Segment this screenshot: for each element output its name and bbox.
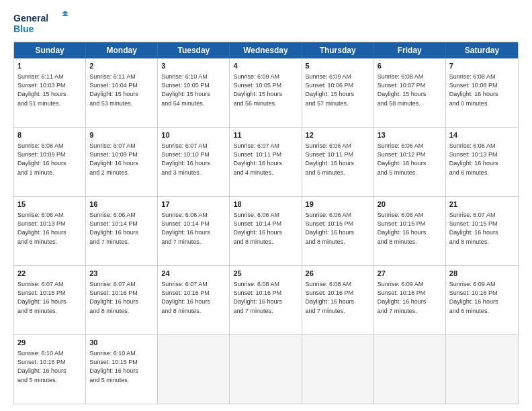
day-info: Sunrise: 6:08 AM Sunset: 10:07 PM Daylig…	[378, 73, 442, 107]
svg-marker-2	[62, 11, 69, 13]
day-number: 17	[161, 199, 226, 210]
day-cell-27: 27Sunrise: 6:09 AM Sunset: 10:16 PM Dayl…	[374, 266, 446, 334]
day-number: 5	[306, 61, 370, 71]
day-info: Sunrise: 6:10 AM Sunset: 10:05 PM Daylig…	[161, 73, 226, 107]
day-cell-29: 29Sunrise: 6:10 AM Sunset: 10:16 PM Dayl…	[14, 335, 86, 404]
day-info: Sunrise: 6:06 AM Sunset: 10:13 PM Daylig…	[449, 142, 515, 177]
day-number: 9	[89, 130, 154, 140]
day-cell-20: 20Sunrise: 6:06 AM Sunset: 10:15 PM Dayl…	[374, 197, 446, 265]
day-cell-30: 30Sunrise: 6:10 AM Sunset: 10:15 PM Dayl…	[86, 335, 158, 404]
day-number: 30	[89, 338, 154, 348]
svg-text:General: General	[13, 13, 48, 24]
day-cell-26: 26Sunrise: 6:08 AM Sunset: 10:16 PM Dayl…	[302, 266, 374, 334]
header-day-wednesday: Wednesday	[230, 42, 302, 58]
day-number: 24	[161, 269, 226, 279]
day-cell-18: 18Sunrise: 6:06 AM Sunset: 10:14 PM Dayl…	[230, 197, 302, 265]
day-cell-17: 17Sunrise: 6:06 AM Sunset: 10:14 PM Dayl…	[158, 197, 230, 265]
day-number: 21	[449, 199, 515, 210]
svg-text:Blue: Blue	[13, 24, 34, 34]
day-info: Sunrise: 6:07 AM Sunset: 10:15 PM Daylig…	[17, 280, 82, 315]
header-day-sunday: Sunday	[14, 42, 86, 58]
day-cell-7: 7Sunrise: 6:08 AM Sunset: 10:08 PM Dayli…	[446, 58, 518, 127]
header-day-friday: Friday	[374, 42, 446, 58]
empty-cell	[374, 335, 446, 404]
day-info: Sunrise: 6:10 AM Sunset: 10:16 PM Daylig…	[17, 349, 82, 384]
day-cell-15: 15Sunrise: 6:06 AM Sunset: 10:13 PM Dayl…	[14, 197, 86, 265]
day-number: 26	[306, 269, 370, 279]
day-number: 20	[378, 199, 442, 210]
page: General Blue SundayMondayTuesdayWednesda…	[0, 0, 532, 411]
day-cell-25: 25Sunrise: 6:08 AM Sunset: 10:16 PM Dayl…	[230, 266, 302, 334]
day-info: Sunrise: 6:07 AM Sunset: 10:16 PM Daylig…	[89, 280, 154, 315]
day-number: 7	[449, 61, 515, 71]
day-number: 12	[306, 130, 370, 140]
day-cell-2: 2Sunrise: 6:11 AM Sunset: 10:04 PM Dayli…	[86, 58, 158, 127]
day-cell-19: 19Sunrise: 6:06 AM Sunset: 10:15 PM Dayl…	[302, 197, 374, 265]
day-number: 1	[17, 61, 82, 71]
day-info: Sunrise: 6:06 AM Sunset: 10:14 PM Daylig…	[89, 211, 154, 246]
day-number: 10	[161, 130, 226, 140]
day-info: Sunrise: 6:06 AM Sunset: 10:14 PM Daylig…	[233, 211, 298, 246]
logo: General Blue	[13, 11, 74, 35]
day-info: Sunrise: 6:09 AM Sunset: 10:16 PM Daylig…	[378, 280, 442, 315]
day-number: 27	[378, 269, 442, 279]
calendar: SundayMondayTuesdayWednesdayThursdayFrid…	[13, 42, 519, 404]
day-info: Sunrise: 6:08 AM Sunset: 10:08 PM Daylig…	[449, 73, 515, 107]
day-info: Sunrise: 6:11 AM Sunset: 10:03 PM Daylig…	[17, 73, 82, 107]
day-info: Sunrise: 6:09 AM Sunset: 10:06 PM Daylig…	[306, 73, 370, 107]
day-info: Sunrise: 6:07 AM Sunset: 10:11 PM Daylig…	[233, 142, 298, 177]
calendar-week-2: 8Sunrise: 6:08 AM Sunset: 10:09 PM Dayli…	[14, 127, 518, 196]
day-info: Sunrise: 6:09 AM Sunset: 10:16 PM Daylig…	[449, 280, 515, 315]
day-cell-10: 10Sunrise: 6:07 AM Sunset: 10:10 PM Dayl…	[158, 128, 230, 196]
day-number: 2	[89, 61, 154, 71]
day-info: Sunrise: 6:06 AM Sunset: 10:11 PM Daylig…	[306, 142, 370, 177]
day-number: 25	[233, 269, 298, 279]
day-cell-28: 28Sunrise: 6:09 AM Sunset: 10:16 PM Dayl…	[446, 266, 518, 334]
day-number: 22	[17, 269, 82, 279]
header: General Blue	[13, 11, 519, 35]
empty-cell	[446, 335, 518, 404]
day-info: Sunrise: 6:07 AM Sunset: 10:10 PM Daylig…	[161, 142, 226, 177]
day-cell-13: 13Sunrise: 6:06 AM Sunset: 10:12 PM Dayl…	[374, 128, 446, 196]
svg-marker-3	[62, 13, 69, 16]
day-info: Sunrise: 6:08 AM Sunset: 10:16 PM Daylig…	[306, 280, 370, 315]
header-day-tuesday: Tuesday	[158, 42, 230, 58]
header-day-monday: Monday	[86, 42, 158, 58]
day-number: 11	[233, 130, 298, 140]
calendar-week-1: 1Sunrise: 6:11 AM Sunset: 10:03 PM Dayli…	[14, 58, 518, 127]
day-number: 29	[17, 338, 82, 348]
header-day-thursday: Thursday	[302, 42, 374, 58]
day-cell-4: 4Sunrise: 6:09 AM Sunset: 10:05 PM Dayli…	[230, 58, 302, 127]
day-info: Sunrise: 6:06 AM Sunset: 10:15 PM Daylig…	[378, 211, 442, 246]
day-cell-5: 5Sunrise: 6:09 AM Sunset: 10:06 PM Dayli…	[302, 58, 374, 127]
calendar-header: SundayMondayTuesdayWednesdayThursdayFrid…	[14, 42, 518, 58]
day-number: 28	[449, 269, 515, 279]
day-number: 18	[233, 199, 298, 210]
day-cell-6: 6Sunrise: 6:08 AM Sunset: 10:07 PM Dayli…	[374, 58, 446, 127]
calendar-week-3: 15Sunrise: 6:06 AM Sunset: 10:13 PM Dayl…	[14, 196, 518, 265]
day-info: Sunrise: 6:10 AM Sunset: 10:15 PM Daylig…	[89, 349, 154, 384]
empty-cell	[230, 335, 302, 404]
day-number: 15	[17, 199, 82, 210]
day-info: Sunrise: 6:06 AM Sunset: 10:12 PM Daylig…	[378, 142, 442, 177]
day-cell-3: 3Sunrise: 6:10 AM Sunset: 10:05 PM Dayli…	[158, 58, 230, 127]
day-number: 19	[306, 199, 370, 210]
day-info: Sunrise: 6:08 AM Sunset: 10:16 PM Daylig…	[233, 280, 298, 315]
day-info: Sunrise: 6:07 AM Sunset: 10:09 PM Daylig…	[89, 142, 154, 177]
day-number: 4	[233, 61, 298, 71]
day-cell-22: 22Sunrise: 6:07 AM Sunset: 10:15 PM Dayl…	[14, 266, 86, 334]
calendar-week-5: 29Sunrise: 6:10 AM Sunset: 10:16 PM Dayl…	[14, 334, 518, 404]
day-info: Sunrise: 6:07 AM Sunset: 10:16 PM Daylig…	[161, 280, 226, 315]
day-cell-11: 11Sunrise: 6:07 AM Sunset: 10:11 PM Dayl…	[230, 128, 302, 196]
day-number: 3	[161, 61, 226, 71]
day-cell-8: 8Sunrise: 6:08 AM Sunset: 10:09 PM Dayli…	[14, 128, 86, 196]
day-number: 23	[89, 269, 154, 279]
calendar-body: 1Sunrise: 6:11 AM Sunset: 10:03 PM Dayli…	[14, 58, 518, 404]
day-info: Sunrise: 6:06 AM Sunset: 10:13 PM Daylig…	[17, 211, 82, 246]
day-cell-16: 16Sunrise: 6:06 AM Sunset: 10:14 PM Dayl…	[86, 197, 158, 265]
empty-cell	[158, 335, 230, 404]
day-cell-14: 14Sunrise: 6:06 AM Sunset: 10:13 PM Dayl…	[446, 128, 518, 196]
day-number: 14	[449, 130, 515, 140]
day-cell-12: 12Sunrise: 6:06 AM Sunset: 10:11 PM Dayl…	[302, 128, 374, 196]
day-info: Sunrise: 6:06 AM Sunset: 10:15 PM Daylig…	[306, 211, 370, 246]
